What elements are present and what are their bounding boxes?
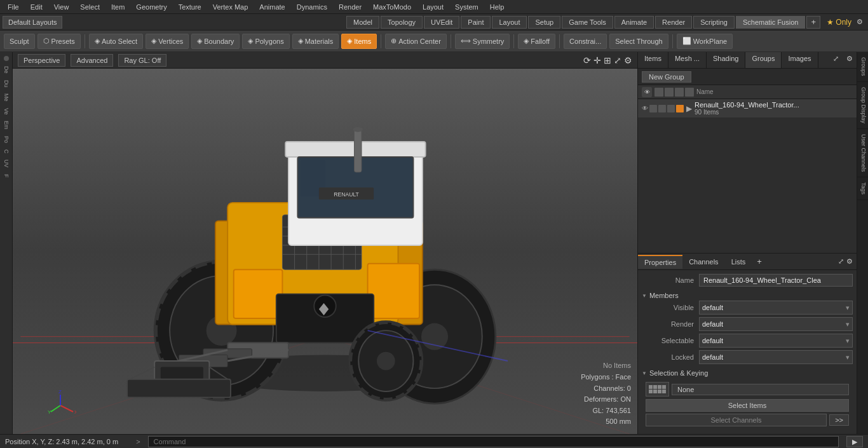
zoom-icon[interactable]: ⊞	[604, 55, 611, 65]
tab-setup[interactable]: Setup	[528, 16, 560, 29]
tab-mesh[interactable]: Mesh ...	[668, 52, 707, 68]
command-run-button[interactable]: ▶	[846, 436, 863, 447]
menu-select[interactable]: Select	[75, 2, 105, 12]
tab-channels[interactable]: Channels	[682, 255, 724, 268]
action-center-button[interactable]: ⊕ Action Center	[385, 34, 447, 49]
options-icon[interactable]: ⚙	[624, 55, 632, 65]
presets-button[interactable]: ⬡ Presets	[37, 34, 81, 49]
sculpt-button[interactable]: Sculpt	[4, 34, 35, 49]
sidebar-item-uv[interactable]: UV	[2, 157, 11, 170]
visible-select[interactable]: default ▾	[699, 301, 853, 315]
menu-maxtomodo[interactable]: MaxToModo	[368, 2, 416, 12]
select-channels-button[interactable]: Select Channels	[646, 414, 827, 426]
items-button[interactable]: ◈ Items	[341, 34, 377, 49]
tab-gametools[interactable]: Game Tools	[562, 16, 613, 29]
render-select[interactable]: default ▾	[699, 317, 853, 331]
pan-icon[interactable]: ✛	[593, 55, 601, 65]
tab-animate[interactable]: Animate	[614, 16, 654, 29]
symmetry-button[interactable]: ⟺ Symmetry	[455, 34, 510, 49]
new-group-button[interactable]: New Group	[642, 71, 691, 83]
expand-icon[interactable]: ⤢	[829, 52, 843, 68]
sk-dots-button[interactable]	[646, 382, 669, 397]
tab-groups[interactable]: Groups	[745, 52, 782, 68]
menu-texture[interactable]: Texture	[173, 2, 207, 12]
tab-uvedit[interactable]: UVEdit	[424, 16, 459, 29]
select-through-button[interactable]: Select Through	[609, 34, 668, 49]
polygons-button[interactable]: ◈ Polygons	[242, 34, 289, 49]
props-options-icon[interactable]: ⚙	[846, 257, 853, 266]
sidebar-item-po[interactable]: Po	[2, 133, 11, 146]
tab-add-button[interactable]: +	[752, 254, 767, 269]
side-tab-user-channels[interactable]: User Channels	[857, 129, 868, 178]
menu-view[interactable]: View	[49, 2, 74, 12]
props-expand-icon[interactable]: ⤢	[838, 257, 844, 266]
gear-button[interactable]: ⚙	[854, 17, 865, 27]
layout-add-button[interactable]: +	[806, 16, 820, 29]
svg-text:Z: Z	[58, 390, 62, 395]
constraints-button[interactable]: Constrai...	[564, 34, 607, 49]
menu-file[interactable]: File	[3, 2, 24, 12]
tab-layout[interactable]: Layout	[492, 16, 527, 29]
sidebar-item-de[interactable]: De	[2, 64, 11, 76]
members-triangle[interactable]: ▼	[642, 293, 647, 299]
menu-system[interactable]: System	[450, 2, 484, 12]
select-items-button[interactable]: Select Items	[646, 399, 849, 412]
tab-lists[interactable]: Lists	[725, 255, 752, 268]
menu-edit[interactable]: Edit	[25, 2, 48, 12]
svg-point-10	[421, 323, 448, 350]
group-list-item[interactable]: 👁 ▶ Renault_160-94_Wheel_Tractor... 90 I…	[638, 99, 857, 118]
svg-line-52	[60, 405, 73, 412]
tab-schematic-fusion[interactable]: Schematic Fusion	[736, 16, 805, 29]
perspective-toggle[interactable]: Perspective	[18, 54, 65, 67]
menu-layout[interactable]: Layout	[417, 2, 449, 12]
sidebar-item-em[interactable]: Em	[2, 118, 11, 132]
side-tab-tags[interactable]: Tags	[857, 177, 868, 200]
menu-geometry[interactable]: Geometry	[131, 2, 172, 12]
falloff-button[interactable]: ◈ Falloff	[518, 34, 555, 49]
sidebar-item-du[interactable]: Du	[2, 78, 11, 90]
viewport-canvas[interactable]: RENAULT	[13, 69, 637, 434]
sk-expand-button[interactable]: >>	[829, 414, 849, 426]
menu-animate[interactable]: Animate	[254, 2, 290, 12]
shading-toggle[interactable]: Advanced	[71, 54, 113, 67]
sidebar-item-f[interactable]: F	[2, 172, 11, 180]
sel-keying-triangle[interactable]: ▼	[642, 370, 647, 376]
sidebar-item-ve[interactable]: Ve	[2, 105, 11, 118]
tab-topology[interactable]: Topology	[381, 16, 423, 29]
side-tab-group-display[interactable]: Group Display	[857, 82, 868, 129]
menu-render[interactable]: Render	[334, 2, 367, 12]
menu-item[interactable]: Item	[106, 2, 130, 12]
menu-vertexmap[interactable]: Vertex Map	[208, 2, 254, 12]
sidebar-item-c[interactable]: C	[2, 147, 11, 156]
tab-items[interactable]: Items	[638, 52, 668, 68]
boundary-button[interactable]: ◈ Boundary	[191, 34, 240, 49]
layout-dropdown[interactable]: Default Layouts	[3, 16, 62, 29]
star-button[interactable]: ★ Only	[827, 18, 851, 27]
name-input[interactable]	[699, 274, 853, 287]
group-item-name: Renault_160-94_Wheel_Tractor...	[695, 101, 853, 109]
options-panel-icon[interactable]: ⚙	[843, 52, 857, 68]
vertices-button[interactable]: ◈ Vertices	[146, 34, 189, 49]
ray-gl-toggle[interactable]: Ray GL: Off	[118, 54, 166, 67]
menu-dynamics[interactable]: Dynamics	[292, 2, 332, 12]
command-input[interactable]	[148, 436, 839, 447]
workplane-button[interactable]: ⬜ WorkPlane	[677, 34, 733, 49]
tab-paint[interactable]: Paint	[461, 16, 491, 29]
side-tab-groups[interactable]: Groups	[857, 52, 868, 82]
tab-model[interactable]: Model	[346, 16, 379, 29]
auto-select-button[interactable]: ◈ Auto Select	[89, 34, 143, 49]
tab-shading[interactable]: Shading	[707, 52, 745, 68]
materials-button[interactable]: ◈ Materials	[292, 34, 339, 49]
selectable-select[interactable]: default ▾	[699, 334, 853, 348]
group-item-icons: 👁	[642, 105, 684, 112]
maximize-icon[interactable]: ⤢	[614, 55, 621, 65]
no-items-label: No Items	[581, 360, 631, 372]
sidebar-item-me[interactable]: Me	[2, 91, 11, 104]
tab-render[interactable]: Render	[655, 16, 692, 29]
menu-help[interactable]: Help	[485, 2, 510, 12]
tab-properties[interactable]: Properties	[638, 255, 682, 269]
tab-images[interactable]: Images	[782, 52, 818, 68]
orbit-icon[interactable]: ⟳	[583, 55, 591, 65]
locked-select[interactable]: default ▾	[699, 350, 853, 364]
tab-scripting[interactable]: Scripting	[693, 16, 735, 29]
